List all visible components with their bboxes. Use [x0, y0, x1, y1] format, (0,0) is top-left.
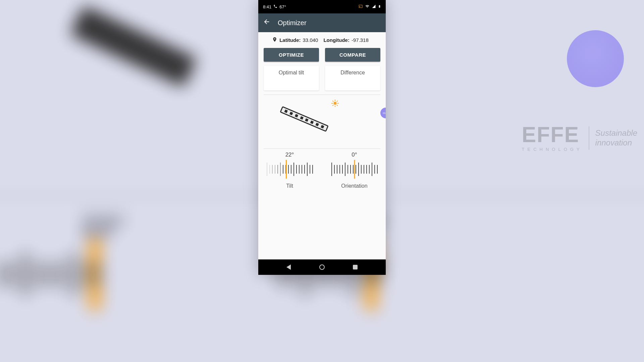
status-time: 8:41 [263, 4, 271, 9]
longitude-label: Longitude: [323, 37, 349, 43]
optimize-button[interactable]: OPTIMIZE [264, 48, 319, 62]
phone-call-icon [273, 4, 277, 9]
latitude-value: 33.040 [303, 37, 318, 43]
nav-recent-icon[interactable] [353, 265, 358, 269]
signal-icon [372, 4, 376, 9]
sun-icon [331, 100, 339, 108]
tilt-value: 22° [262, 152, 318, 158]
android-nav-bar [258, 259, 386, 275]
page-title: Optimizer [278, 19, 307, 27]
back-arrow-icon[interactable] [263, 18, 270, 27]
orientation-dial[interactable]: 0° Orientation [326, 152, 382, 189]
status-bar: 8:41 67° [258, 0, 386, 13]
solar-panel-icon [280, 106, 329, 132]
compare-button[interactable]: COMPARE [325, 48, 380, 62]
svg-point-0 [333, 102, 336, 105]
coordinates-row: Latitude: 33.040 Longitude: -97.318 [258, 32, 386, 47]
app-body: Latitude: 33.040 Longitude: -97.318 OPTI… [258, 32, 386, 259]
phone-frame: 8:41 67° [258, 0, 386, 275]
orientation-label: Orientation [326, 183, 382, 189]
tilt-label: Tilt [262, 183, 318, 189]
optimal-tilt-label: Optimal tilt [279, 70, 304, 75]
app-header: Optimizer [258, 13, 386, 32]
status-temp: 67° [279, 4, 286, 9]
battery-icon [378, 4, 381, 10]
location-pin-icon [272, 37, 277, 43]
panel-illustration: 06:59 [258, 95, 386, 148]
nav-home-icon[interactable] [319, 264, 325, 270]
longitude-value: -97.318 [352, 37, 369, 43]
nav-back-icon[interactable] [286, 264, 291, 270]
latitude-label: Latitude: [279, 37, 301, 43]
orientation-value: 0° [326, 152, 382, 158]
difference-label: Difference [340, 70, 365, 75]
optimal-tilt-card: Optimal tilt [264, 66, 319, 90]
difference-card: Difference [325, 66, 380, 90]
wifi-icon [365, 4, 370, 9]
orientation-scale[interactable] [326, 160, 382, 178]
tilt-scale[interactable] [262, 160, 318, 178]
cast-icon [358, 4, 363, 9]
floating-badge[interactable]: 06:59 [380, 108, 386, 118]
tilt-dial[interactable]: 22° Tilt [262, 152, 318, 189]
